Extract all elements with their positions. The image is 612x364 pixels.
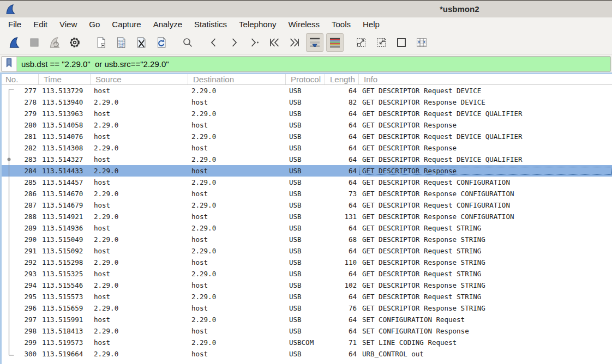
column-header-time[interactable]: Time (39, 74, 91, 84)
packet-row-293[interactable]: 293113.515325host2.29.0USB64GET DESCRIPT… (2, 268, 612, 280)
zoom-out-button[interactable] (373, 33, 390, 52)
cell-source: 2.29.0 (91, 304, 188, 312)
packet-row-298[interactable]: 298113.5184132.29.0hostUSB64SET CONFIGUR… (2, 325, 612, 337)
column-header-length[interactable]: Length (325, 74, 359, 84)
go-first-packet-button[interactable] (266, 33, 283, 52)
packet-row-288[interactable]: 288113.5149212.29.0hostUSB131GET DESCRIP… (2, 211, 612, 222)
cell-info: GET DESCRIPTOR Response (359, 167, 612, 175)
menu-item-help[interactable]: Help (357, 19, 386, 30)
close-file-button[interactable] (133, 33, 150, 52)
find-packet-button[interactable] (179, 33, 196, 52)
cell-time: 113.513940 (39, 98, 91, 106)
packet-row-285[interactable]: 285113.514457host2.29.0USB64GET DESCRIPT… (2, 177, 612, 188)
cell-source: 2.29.0 (91, 327, 188, 335)
display-filter-input[interactable]: usb.dst == "2.29.0" or usb.src=="2.29.0" (17, 57, 610, 71)
cell-destination: host (188, 258, 286, 266)
cell-source: host (91, 338, 188, 347)
auto-scroll-toggle-button[interactable] (306, 33, 323, 52)
cell-no: 287 (2, 201, 39, 209)
cell-length: 64 (325, 155, 359, 163)
menu-item-file[interactable]: File (2, 19, 27, 30)
packet-row-281[interactable]: 281113.514076host2.29.0USB64GET DESCRIPT… (2, 131, 612, 142)
cell-protocol: USB (286, 247, 325, 255)
menu-item-wireless[interactable]: Wireless (282, 19, 326, 30)
packet-row-299[interactable]: 299113.519573host2.29.0USBCOM71SET LINE … (2, 337, 612, 348)
column-header-destination[interactable]: Destination (188, 74, 286, 84)
cell-destination: 2.29.0 (188, 178, 286, 186)
open-file-button[interactable] (92, 33, 110, 52)
cell-length: 64 (325, 110, 359, 118)
packet-row-280[interactable]: 280113.5140582.29.0hostUSB64GET DESCRIPT… (2, 119, 612, 131)
save-file-button[interactable]: 010101101011 (112, 33, 130, 52)
menu-item-telephony[interactable]: Telephony (233, 19, 282, 30)
packet-row-283[interactable]: 283113.514327host2.29.0USB64GET DESCRIPT… (2, 154, 612, 165)
cell-time: 113.515298 (39, 258, 91, 266)
go-next-packet-button[interactable] (225, 33, 243, 52)
menu-item-analyze[interactable]: Analyze (147, 19, 188, 30)
capture-options-button[interactable] (66, 33, 83, 52)
chevron-right-icon (227, 36, 241, 49)
cell-protocol: USB (286, 110, 325, 118)
reload-file-button[interactable] (153, 33, 170, 52)
cell-destination: host (188, 213, 286, 221)
cell-protocol: USB (286, 258, 325, 266)
column-header-source[interactable]: Source (91, 74, 188, 84)
go-last-packet-button[interactable] (286, 33, 303, 52)
cell-info: GET DESCRIPTOR Request STRING (359, 224, 612, 232)
packet-list-body: 277113.513729host2.29.0USB64GET DESCRIPT… (2, 85, 612, 360)
cell-length: 131 (325, 213, 359, 221)
packet-row-296[interactable]: 296113.5156592.29.0hostUSB76GET DESCRIPT… (2, 302, 612, 314)
packet-row-289[interactable]: 289113.514936host2.29.0USB64GET DESCRIPT… (2, 222, 612, 234)
doc-save-icon: 010101101011 (115, 36, 128, 49)
stop-capture-button (26, 33, 43, 52)
packet-row-284[interactable]: 284113.5144332.29.0hostUSB64GET DESCRIPT… (2, 165, 612, 177)
cell-source: 2.29.0 (91, 235, 188, 244)
colorize-toggle-button[interactable] (326, 33, 344, 52)
packet-row-287[interactable]: 287113.514679host2.29.0USB64GET DESCRIPT… (2, 199, 612, 211)
packet-row-294[interactable]: 294113.5155462.29.0hostUSB102GET DESCRIP… (2, 280, 612, 291)
packet-row-297[interactable]: 297113.515991host2.29.0USB64SET CONFIGUR… (2, 314, 612, 325)
cell-time: 113.514327 (39, 155, 91, 163)
cell-length: 64 (325, 87, 359, 95)
packet-row-300[interactable]: 300113.5196642.29.0hostUSB64URB_CONTROL … (2, 348, 612, 360)
stop-square-icon (28, 36, 41, 49)
cell-info: GET DESCRIPTOR Response CONFIGURATION (359, 190, 612, 198)
menu-item-statistics[interactable]: Statistics (188, 19, 233, 30)
packet-row-278[interactable]: 278113.5139402.29.0hostUSB82GET DESCRIPT… (2, 96, 612, 108)
menu-item-capture[interactable]: Capture (106, 19, 147, 30)
cell-source: 2.29.0 (91, 98, 188, 106)
cell-info: GET DESCRIPTOR Request DEVICE QUALIFIER (359, 155, 612, 163)
cell-source: host (91, 178, 188, 186)
packet-row-292[interactable]: 292113.5152982.29.0hostUSB110GET DESCRIP… (2, 257, 612, 268)
packet-row-290[interactable]: 290113.5150492.29.0hostUSB68GET DESCRIPT… (2, 234, 612, 245)
start-capture-button[interactable] (5, 33, 23, 52)
cell-no: 290 (2, 235, 39, 244)
normal-size-button[interactable] (393, 33, 410, 52)
packet-row-279[interactable]: 279113.513963host2.29.0USB64GET DESCRIPT… (2, 108, 612, 119)
go-previous-packet-button[interactable] (205, 33, 223, 52)
resize-columns-button[interactable] (413, 33, 430, 52)
menu-item-view[interactable]: View (53, 19, 83, 30)
cell-no: 291 (2, 247, 39, 255)
column-header-info[interactable]: Info (359, 74, 612, 84)
cell-destination: 2.29.0 (188, 155, 286, 163)
cell-protocol: USB (286, 304, 325, 312)
cell-no: 300 (2, 350, 39, 358)
packet-row-277[interactable]: 277113.513729host2.29.0USB64GET DESCRIPT… (2, 85, 612, 96)
menu-item-edit[interactable]: Edit (27, 19, 53, 30)
cell-length: 73 (325, 190, 359, 198)
packet-row-282[interactable]: 282113.5143082.29.0hostUSB64GET DESCRIPT… (2, 142, 612, 154)
menu-item-go[interactable]: Go (83, 19, 106, 30)
cell-length: 64 (325, 224, 359, 232)
filter-bookmark-button[interactable] (2, 57, 17, 71)
packet-row-291[interactable]: 291113.515092host2.29.0USB64GET DESCRIPT… (2, 245, 612, 257)
column-header-protocol[interactable]: Protocol (286, 74, 325, 84)
packet-row-295[interactable]: 295113.515573host2.29.0USB64GET DESCRIPT… (2, 291, 612, 302)
zoom-in-button[interactable] (352, 33, 370, 52)
title-bar[interactable]: *usbmon2 (0, 0, 612, 17)
wireshark-window: *usbmon2 FileEditViewGoCaptureAnalyzeSta… (0, 0, 612, 364)
go-to-packet-button[interactable] (245, 33, 263, 52)
packet-row-286[interactable]: 286113.5146702.29.0hostUSB73GET DESCRIPT… (2, 188, 612, 199)
menu-item-tools[interactable]: Tools (326, 19, 357, 30)
column-header-no[interactable]: No. (2, 74, 39, 84)
